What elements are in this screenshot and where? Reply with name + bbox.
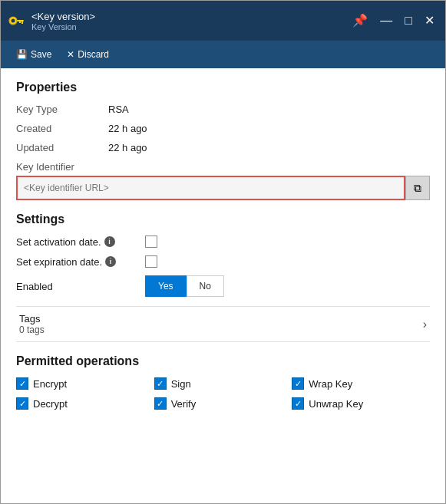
- unwrap-key-checkbox[interactable]: [292, 397, 304, 410]
- permitted-operations-title: Permitted operations: [16, 354, 430, 368]
- verify-label: Verify: [171, 398, 197, 410]
- save-button[interactable]: 💾 Save: [10, 46, 58, 63]
- chevron-right-icon: ›: [423, 318, 427, 331]
- main-window: <Key version> Key Version 📌 — □ ✕ 💾 Save…: [0, 0, 446, 504]
- copy-button[interactable]: ⧉: [405, 176, 430, 200]
- wrap-key-label: Wrap Key: [309, 378, 352, 390]
- sign-label: Sign: [171, 378, 191, 390]
- no-button[interactable]: No: [187, 275, 224, 297]
- wrap-key-item: Wrap Key: [292, 377, 430, 390]
- properties-section: Properties Key Type RSA Created 22 h ago…: [16, 81, 430, 200]
- decrypt-label: Decrypt: [33, 398, 68, 410]
- activation-label: Set activation date. i: [16, 236, 139, 248]
- key-identifier-row: ⧉: [16, 176, 430, 200]
- verify-item: Verify: [154, 397, 292, 410]
- enabled-row: Enabled Yes No: [16, 275, 430, 297]
- updated-row: Updated 22 h ago: [16, 142, 430, 153]
- svg-point-1: [12, 19, 15, 23]
- created-row: Created 22 h ago: [16, 123, 430, 134]
- unwrap-key-item: Unwrap Key: [292, 397, 430, 410]
- activation-checkbox[interactable]: [145, 236, 157, 248]
- key-icon: [7, 12, 25, 30]
- expiration-info-icon: i: [105, 256, 116, 267]
- encrypt-checkbox[interactable]: [16, 377, 28, 390]
- updated-value: 22 h ago: [108, 142, 147, 153]
- window-title: <Key version>: [31, 11, 348, 22]
- updated-label: Updated: [16, 142, 108, 153]
- settings-title: Settings: [16, 212, 430, 226]
- discard-button[interactable]: ✕ Discard: [61, 46, 115, 63]
- window-subtitle: Key Version: [31, 22, 348, 31]
- tags-row[interactable]: Tags 0 tags ›: [16, 306, 430, 342]
- tags-left: Tags 0 tags: [19, 313, 45, 335]
- key-type-value: RSA: [108, 104, 129, 115]
- svg-rect-4: [19, 21, 21, 23]
- key-identifier-label: Key Identifier: [16, 161, 430, 173]
- expiration-label: Set expiration date. i: [16, 256, 139, 268]
- save-icon: 💾: [16, 49, 28, 60]
- expiration-row: Set expiration date. i: [16, 255, 430, 268]
- copy-icon: ⧉: [414, 182, 421, 195]
- activation-row: Set activation date. i: [16, 236, 430, 248]
- activation-info-icon: i: [104, 236, 115, 247]
- pin-button[interactable]: 📌: [348, 13, 372, 28]
- discard-label: Discard: [78, 49, 109, 60]
- created-label: Created: [16, 123, 108, 134]
- key-type-row: Key Type RSA: [16, 104, 430, 115]
- properties-title: Properties: [16, 81, 430, 94]
- tags-count: 0 tags: [19, 324, 45, 335]
- decrypt-item: Decrypt: [16, 397, 154, 410]
- yes-button[interactable]: Yes: [145, 275, 187, 297]
- key-identifier-input[interactable]: [16, 176, 405, 200]
- tags-title: Tags: [19, 313, 45, 324]
- svg-rect-2: [17, 20, 24, 21]
- minimize-button[interactable]: —: [375, 13, 397, 28]
- created-value: 22 h ago: [108, 123, 147, 134]
- enabled-toggle: Yes No: [145, 275, 224, 297]
- enabled-label: Enabled: [16, 281, 139, 292]
- title-bar: <Key version> Key Version 📌 — □ ✕: [1, 1, 445, 41]
- verify-checkbox[interactable]: [154, 397, 167, 410]
- toolbar: 💾 Save ✕ Discard: [1, 41, 445, 68]
- save-label: Save: [31, 49, 51, 60]
- maximize-button[interactable]: □: [400, 13, 417, 28]
- wrap-key-checkbox[interactable]: [292, 377, 304, 390]
- settings-section: Settings Set activation date. i Set expi…: [16, 212, 430, 297]
- encrypt-label: Encrypt: [33, 378, 67, 390]
- sign-checkbox[interactable]: [154, 377, 167, 390]
- permitted-operations-section: Permitted operations Encrypt Sign Wrap K…: [16, 354, 430, 410]
- encrypt-item: Encrypt: [16, 377, 154, 390]
- discard-icon: ✕: [67, 49, 74, 60]
- permitted-operations-grid: Encrypt Sign Wrap Key Decrypt Verif: [16, 377, 430, 410]
- sign-item: Sign: [154, 377, 292, 390]
- unwrap-key-label: Unwrap Key: [309, 398, 363, 410]
- close-button[interactable]: ✕: [420, 13, 439, 28]
- window-controls: 📌 — □ ✕: [348, 13, 439, 28]
- svg-rect-3: [21, 21, 23, 24]
- content-area: Properties Key Type RSA Created 22 h ago…: [1, 68, 445, 503]
- title-text: <Key version> Key Version: [31, 11, 348, 31]
- key-type-label: Key Type: [16, 104, 108, 115]
- expiration-checkbox[interactable]: [145, 255, 157, 268]
- decrypt-checkbox[interactable]: [16, 397, 28, 410]
